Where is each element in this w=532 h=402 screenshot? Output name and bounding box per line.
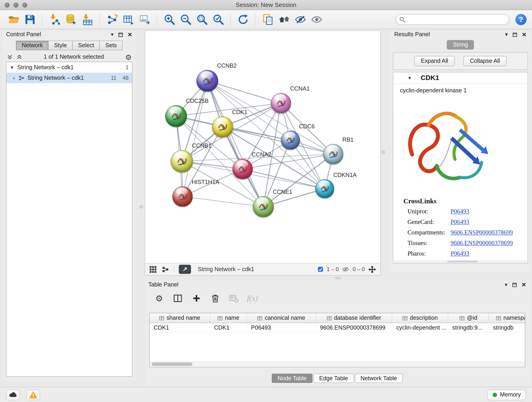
open-session-button[interactable] [6, 12, 22, 28]
pan-move-icon[interactable] [368, 265, 376, 274]
results-scrollbar[interactable] [394, 260, 527, 263]
export-image-button[interactable] [136, 12, 152, 28]
zoom-out-button[interactable] [177, 12, 194, 28]
zoom-in-button[interactable] [161, 12, 177, 28]
column-header-id[interactable]: @id [448, 313, 489, 323]
network-node-CCNB1[interactable] [171, 150, 193, 172]
duplicate-network-button[interactable] [260, 12, 276, 28]
cell-database-identifier[interactable]: 9606.ENSP00000378699 [316, 323, 392, 332]
splitter-handle[interactable] [382, 151, 385, 154]
network-node-CCNA2[interactable] [232, 159, 253, 179]
network-edge[interactable] [207, 81, 263, 206]
tab-network-table[interactable]: Network Table [355, 374, 403, 383]
expand-all-button[interactable]: Expand All [414, 56, 455, 66]
network-edge[interactable] [183, 196, 263, 206]
column-header-description[interactable]: description [392, 313, 448, 323]
gear-icon[interactable]: ⚙ [125, 53, 132, 61]
column-header-canonical-name[interactable]: canonical name [247, 313, 316, 323]
import-network-button[interactable] [46, 12, 63, 28]
scrollbar-thumb[interactable] [152, 363, 192, 366]
close-window-button[interactable] [5, 3, 10, 7]
float-panel-icon[interactable] [512, 283, 517, 287]
hidden-eye-slash-icon[interactable] [342, 266, 349, 273]
network-edge[interactable] [243, 169, 325, 189]
tab-sets[interactable]: Sets [99, 41, 123, 50]
network-node-CDC6[interactable] [281, 131, 300, 150]
crosslink-value[interactable]: P06493 [451, 250, 469, 257]
maximize-window-button[interactable] [22, 3, 27, 7]
network-thumbnail-icon[interactable] [162, 266, 169, 273]
network-edge[interactable] [207, 81, 281, 103]
network-node-RB1[interactable] [323, 144, 343, 164]
network-node-CCNA1[interactable] [271, 93, 291, 114]
network-node-HIST1H1A[interactable] [172, 186, 193, 207]
cell-id[interactable]: stringdb:9... [448, 323, 489, 332]
crosslink-value[interactable]: 9606.ENSP00000378699 [451, 229, 513, 236]
delete-table-button[interactable] [228, 293, 239, 304]
show-panels-button[interactable] [308, 12, 325, 28]
grid-view-icon[interactable] [149, 266, 157, 273]
search-input[interactable] [408, 17, 506, 23]
network-canvas[interactable]: CCNB2 CCNA1 CDC25B CDK1 CDC6 RB1 CCNB1 C… [145, 31, 380, 263]
column-header-name[interactable]: name [210, 313, 247, 323]
float-panel-icon[interactable] [513, 32, 517, 37]
import-database-button[interactable] [63, 12, 79, 28]
expand-all-icon[interactable] [16, 54, 22, 60]
disclosure-triangle-icon[interactable]: ▼ [10, 65, 14, 70]
close-panel-icon[interactable]: ✕ [522, 32, 526, 37]
float-panel-icon[interactable] [118, 32, 123, 37]
minimize-window-button[interactable] [13, 3, 18, 7]
apply-layout-button[interactable] [235, 12, 251, 28]
cloud-status-button[interactable] [6, 389, 20, 400]
network-node-CDC25B[interactable] [165, 105, 187, 127]
import-table-button[interactable] [79, 12, 95, 28]
crosslink-value[interactable]: P06493 [451, 208, 469, 215]
network-node-CCNE1[interactable] [253, 196, 274, 217]
table-settings-button[interactable]: ⚙ [154, 293, 165, 304]
close-panel-icon[interactable]: ✕ [521, 282, 526, 288]
crosslink-value[interactable]: 9606.ENSP00000378699 [451, 240, 513, 247]
table-row[interactable]: CDK1 CDK1 P06493 9606.ENSP00000378699 cy… [150, 323, 525, 332]
add-column-button[interactable] [191, 293, 202, 304]
collapse-all-icon[interactable] [7, 54, 13, 60]
tab-edge-table[interactable]: Edge Table [313, 374, 354, 383]
zoom-fit-button[interactable] [194, 12, 210, 28]
cell-name[interactable]: CDK1 [210, 323, 247, 332]
warnings-button[interactable] [27, 389, 40, 400]
cell-namespace[interactable]: stringdb [489, 323, 525, 332]
collapse-all-button[interactable]: Collapse All [463, 56, 506, 66]
network-row[interactable]: ● String Network – cdk1 11 48 [6, 73, 132, 83]
help-button[interactable]: ? [515, 14, 526, 25]
tab-network[interactable]: Network [16, 41, 49, 50]
panel-menu-caret-icon[interactable]: ▾ [505, 32, 508, 37]
network-collection-row[interactable]: ▼ String Network – cdk1 1 [6, 62, 132, 73]
welcome-screen-button[interactable] [276, 12, 292, 28]
save-session-button[interactable] [22, 12, 38, 28]
global-search[interactable] [396, 14, 509, 25]
detach-view-button[interactable]: ↗ [179, 265, 191, 274]
tab-node-table[interactable]: Node Table [272, 374, 312, 383]
string-results-tab[interactable]: String [447, 40, 474, 50]
gene-disclosure-triangle-icon[interactable]: ▼ [408, 75, 412, 80]
network-node-CCNB2[interactable] [196, 70, 218, 92]
network-node-CDK1[interactable] [212, 116, 233, 138]
tab-style[interactable]: Style [48, 41, 73, 50]
network-node-CDKN1A[interactable] [315, 179, 334, 198]
column-header-database-identifier[interactable]: database identifier [316, 313, 392, 323]
column-header-shared-name[interactable]: shared name [150, 313, 210, 323]
cell-shared-name[interactable]: CDK1 [150, 323, 210, 332]
new-table-button[interactable] [120, 12, 136, 28]
close-panel-icon[interactable]: ✕ [127, 32, 132, 37]
hide-panels-button[interactable] [292, 12, 308, 28]
zoom-selected-button[interactable] [210, 12, 226, 28]
table-horizontal-scrollbar[interactable] [150, 361, 525, 366]
cell-canonical-name[interactable]: P06493 [247, 323, 316, 332]
cell-description[interactable]: cyclin-dependent ... [392, 323, 448, 332]
function-builder-button[interactable]: f(x) [247, 293, 258, 304]
panel-menu-caret-icon[interactable]: ▾ [111, 32, 114, 37]
crosslink-value[interactable]: P06493 [451, 219, 469, 226]
new-network-from-selection-button[interactable] [104, 12, 120, 28]
splitter-handle[interactable] [335, 277, 341, 279]
select-columns-button[interactable] [172, 293, 183, 304]
memory-button[interactable]: Memory [487, 389, 526, 400]
